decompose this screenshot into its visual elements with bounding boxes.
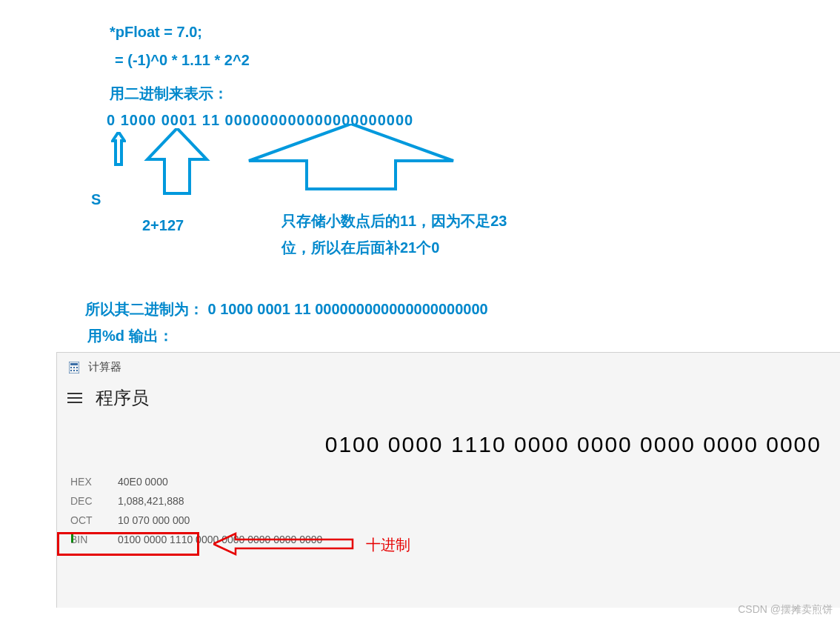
watermark: CSDN @摆摊卖煎饼 [738, 603, 833, 617]
dec-value: 1,088,421,888 [118, 495, 184, 507]
svg-rect-6 [73, 370, 75, 371]
decimal-label: 十进制 [366, 535, 410, 555]
dec-row[interactable]: DEC 1,088,421,888 [70, 491, 827, 511]
svg-rect-4 [76, 367, 78, 368]
hex-value: 40E0 0000 [118, 476, 168, 488]
oct-label: OCT [70, 514, 100, 526]
sign-label: S [91, 191, 101, 208]
calculator-display: 0100 0000 1110 0000 0000 0000 0000 0000 [57, 410, 840, 472]
svg-rect-3 [73, 367, 75, 368]
svg-rect-7 [76, 370, 78, 371]
dec-label: DEC [70, 495, 100, 507]
mantissa-arrow-icon [247, 124, 455, 190]
exponent-label: 2+127 [142, 217, 184, 234]
svg-rect-1 [70, 363, 78, 365]
svg-rect-5 [70, 370, 72, 371]
calculator-mode-label: 程序员 [96, 386, 149, 410]
exponent-arrow-icon [144, 128, 210, 195]
mantissa-note-line1: 只存储小数点后的11，因为不足23 [281, 211, 507, 231]
code-line-assignment: *pFloat = 7.0; [110, 24, 202, 41]
hex-row[interactable]: HEX 40E0 0000 [70, 472, 827, 491]
calculator-window: 计算器 程序员 0100 0000 1110 0000 0000 0000 00… [56, 352, 840, 608]
printf-label: 用%d 输出： [87, 326, 173, 346]
calculator-icon [69, 362, 79, 373]
oct-value: 10 070 000 000 [118, 514, 190, 526]
red-arrow-icon [213, 532, 354, 556]
mantissa-note-line2: 位，所以在后面补21个0 [281, 238, 439, 258]
oct-row[interactable]: OCT 10 070 000 000 [70, 511, 827, 530]
hamburger-icon[interactable] [67, 393, 82, 403]
dec-highlight-box [57, 532, 199, 556]
binary-summary: 所以其二进制为： 0 1000 0001 11 0000000000000000… [85, 299, 488, 319]
calculator-titlebar: 计算器 [57, 353, 840, 382]
sign-arrow-icon [111, 132, 126, 166]
hex-label: HEX [70, 476, 100, 488]
calculator-mode-row: 程序员 [57, 382, 840, 410]
code-line-formula: = (-1)^0 * 1.11 * 2^2 [115, 52, 250, 69]
svg-rect-2 [70, 367, 72, 368]
calculator-app-title: 计算器 [88, 360, 121, 374]
binary-repr-label: 用二进制来表示： [110, 84, 228, 104]
